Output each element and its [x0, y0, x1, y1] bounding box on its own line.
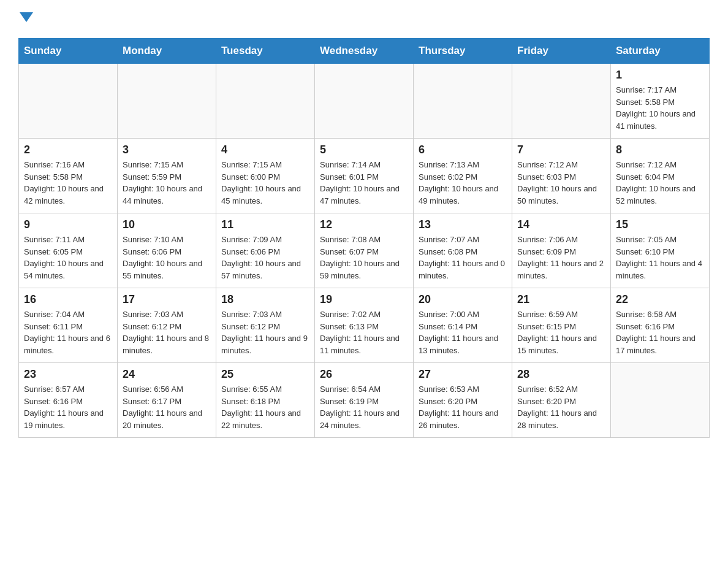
day-info: Sunrise: 7:02 AMSunset: 6:13 PMDaylight:…: [320, 308, 408, 356]
calendar-cell: 19Sunrise: 7:02 AMSunset: 6:13 PMDayligh…: [315, 288, 414, 363]
day-info: Sunrise: 7:00 AMSunset: 6:14 PMDaylight:…: [419, 308, 507, 356]
day-info: Sunrise: 6:52 AMSunset: 6:20 PMDaylight:…: [517, 383, 605, 431]
day-number: 22: [616, 293, 704, 306]
day-number: 11: [221, 218, 309, 231]
day-info: Sunrise: 7:04 AMSunset: 6:11 PMDaylight:…: [24, 308, 112, 356]
day-info: Sunrise: 7:11 AMSunset: 6:05 PMDaylight:…: [24, 234, 112, 282]
day-info: Sunrise: 7:08 AMSunset: 6:07 PMDaylight:…: [320, 234, 408, 282]
calendar-cell: 20Sunrise: 7:00 AMSunset: 6:14 PMDayligh…: [414, 288, 512, 363]
calendar-cell: 17Sunrise: 7:03 AMSunset: 6:12 PMDayligh…: [118, 288, 216, 363]
day-number: 26: [320, 368, 408, 381]
week-row: 9Sunrise: 7:11 AMSunset: 6:05 PMDaylight…: [19, 213, 710, 288]
day-info: Sunrise: 6:58 AMSunset: 6:16 PMDaylight:…: [616, 308, 704, 356]
day-info: Sunrise: 7:07 AMSunset: 6:08 PMDaylight:…: [419, 234, 507, 282]
calendar-cell: 6Sunrise: 7:13 AMSunset: 6:02 PMDaylight…: [414, 139, 512, 213]
calendar-cell: 15Sunrise: 7:05 AMSunset: 6:10 PMDayligh…: [611, 213, 710, 288]
day-number: 7: [517, 144, 605, 156]
day-info: Sunrise: 6:59 AMSunset: 6:15 PMDaylight:…: [517, 308, 605, 356]
day-info: Sunrise: 7:13 AMSunset: 6:02 PMDaylight:…: [419, 159, 507, 207]
calendar-cell: 23Sunrise: 6:57 AMSunset: 6:16 PMDayligh…: [19, 363, 118, 438]
day-info: Sunrise: 7:06 AMSunset: 6:09 PMDaylight:…: [517, 234, 605, 282]
day-info: Sunrise: 6:56 AMSunset: 6:17 PMDaylight:…: [123, 383, 211, 431]
calendar-cell: 11Sunrise: 7:09 AMSunset: 6:06 PMDayligh…: [216, 213, 315, 288]
day-info: Sunrise: 7:12 AMSunset: 6:04 PMDaylight:…: [616, 159, 704, 207]
weekday-header-row: SundayMondayTuesdayWednesdayThursdayFrid…: [19, 39, 710, 64]
calendar-cell: [216, 64, 315, 139]
calendar-cell: 18Sunrise: 7:03 AMSunset: 6:12 PMDayligh…: [216, 288, 315, 363]
day-number: 12: [320, 218, 408, 231]
day-number: 23: [24, 368, 112, 381]
day-info: Sunrise: 7:16 AMSunset: 5:58 PMDaylight:…: [24, 159, 112, 207]
week-row: 23Sunrise: 6:57 AMSunset: 6:16 PMDayligh…: [19, 363, 710, 438]
calendar-cell: 4Sunrise: 7:15 AMSunset: 6:00 PMDaylight…: [216, 139, 315, 213]
day-number: 15: [616, 218, 704, 231]
page-header: [18, 12, 710, 28]
week-row: 16Sunrise: 7:04 AMSunset: 6:11 PMDayligh…: [19, 288, 710, 363]
day-number: 24: [123, 368, 211, 381]
logo: [18, 12, 33, 28]
day-info: Sunrise: 7:17 AMSunset: 5:58 PMDaylight:…: [616, 84, 704, 132]
calendar-cell: 26Sunrise: 6:54 AMSunset: 6:19 PMDayligh…: [315, 363, 414, 438]
calendar-cell: 2Sunrise: 7:16 AMSunset: 5:58 PMDaylight…: [19, 139, 118, 213]
day-number: 8: [616, 144, 704, 156]
calendar-cell: 22Sunrise: 6:58 AMSunset: 6:16 PMDayligh…: [611, 288, 710, 363]
logo-triangle-icon: [20, 12, 33, 26]
calendar-cell: 13Sunrise: 7:07 AMSunset: 6:08 PMDayligh…: [414, 213, 512, 288]
calendar-cell: 7Sunrise: 7:12 AMSunset: 6:03 PMDaylight…: [512, 139, 611, 213]
weekday-header: Wednesday: [315, 39, 414, 64]
day-info: Sunrise: 7:05 AMSunset: 6:10 PMDaylight:…: [616, 234, 704, 282]
calendar-cell: 1Sunrise: 7:17 AMSunset: 5:58 PMDaylight…: [611, 64, 710, 139]
calendar-cell: [414, 64, 512, 139]
calendar-cell: [19, 64, 118, 139]
calendar-cell: [512, 64, 611, 139]
weekday-header: Saturday: [611, 39, 710, 64]
day-number: 13: [419, 218, 507, 231]
day-number: 1: [616, 69, 704, 82]
svg-marker-0: [20, 12, 33, 22]
day-number: 16: [24, 293, 112, 306]
day-number: 17: [123, 293, 211, 306]
calendar-cell: 10Sunrise: 7:10 AMSunset: 6:06 PMDayligh…: [118, 213, 216, 288]
day-number: 20: [419, 293, 507, 306]
day-info: Sunrise: 7:12 AMSunset: 6:03 PMDaylight:…: [517, 159, 605, 207]
day-number: 28: [517, 368, 605, 381]
day-info: Sunrise: 6:55 AMSunset: 6:18 PMDaylight:…: [221, 383, 309, 431]
day-number: 14: [517, 218, 605, 231]
day-info: Sunrise: 7:10 AMSunset: 6:06 PMDaylight:…: [123, 234, 211, 282]
calendar-cell: [611, 363, 710, 438]
day-number: 25: [221, 368, 309, 381]
weekday-header: Tuesday: [216, 39, 315, 64]
calendar-cell: 5Sunrise: 7:14 AMSunset: 6:01 PMDaylight…: [315, 139, 414, 213]
week-row: 1Sunrise: 7:17 AMSunset: 5:58 PMDaylight…: [19, 64, 710, 139]
day-number: 9: [24, 218, 112, 231]
calendar-cell: 28Sunrise: 6:52 AMSunset: 6:20 PMDayligh…: [512, 363, 611, 438]
calendar-cell: 12Sunrise: 7:08 AMSunset: 6:07 PMDayligh…: [315, 213, 414, 288]
calendar-table: SundayMondayTuesdayWednesdayThursdayFrid…: [18, 38, 710, 438]
day-info: Sunrise: 7:03 AMSunset: 6:12 PMDaylight:…: [221, 308, 309, 356]
day-number: 4: [221, 144, 309, 156]
week-row: 2Sunrise: 7:16 AMSunset: 5:58 PMDaylight…: [19, 139, 710, 213]
calendar-cell: 3Sunrise: 7:15 AMSunset: 5:59 PMDaylight…: [118, 139, 216, 213]
day-info: Sunrise: 6:54 AMSunset: 6:19 PMDaylight:…: [320, 383, 408, 431]
day-number: 3: [123, 144, 211, 156]
calendar-cell: 27Sunrise: 6:53 AMSunset: 6:20 PMDayligh…: [414, 363, 512, 438]
calendar-cell: [315, 64, 414, 139]
day-info: Sunrise: 7:15 AMSunset: 6:00 PMDaylight:…: [221, 159, 309, 207]
weekday-header: Thursday: [414, 39, 512, 64]
day-number: 21: [517, 293, 605, 306]
calendar-cell: 25Sunrise: 6:55 AMSunset: 6:18 PMDayligh…: [216, 363, 315, 438]
day-number: 10: [123, 218, 211, 231]
calendar-cell: 14Sunrise: 7:06 AMSunset: 6:09 PMDayligh…: [512, 213, 611, 288]
calendar-cell: 24Sunrise: 6:56 AMSunset: 6:17 PMDayligh…: [118, 363, 216, 438]
day-number: 5: [320, 144, 408, 156]
day-info: Sunrise: 7:15 AMSunset: 5:59 PMDaylight:…: [123, 159, 211, 207]
calendar-cell: [118, 64, 216, 139]
day-info: Sunrise: 6:57 AMSunset: 6:16 PMDaylight:…: [24, 383, 112, 431]
weekday-header: Monday: [118, 39, 216, 64]
day-info: Sunrise: 7:14 AMSunset: 6:01 PMDaylight:…: [320, 159, 408, 207]
calendar-cell: 16Sunrise: 7:04 AMSunset: 6:11 PMDayligh…: [19, 288, 118, 363]
day-info: Sunrise: 6:53 AMSunset: 6:20 PMDaylight:…: [419, 383, 507, 431]
day-number: 27: [419, 368, 507, 381]
day-info: Sunrise: 7:09 AMSunset: 6:06 PMDaylight:…: [221, 234, 309, 282]
weekday-header: Sunday: [19, 39, 118, 64]
